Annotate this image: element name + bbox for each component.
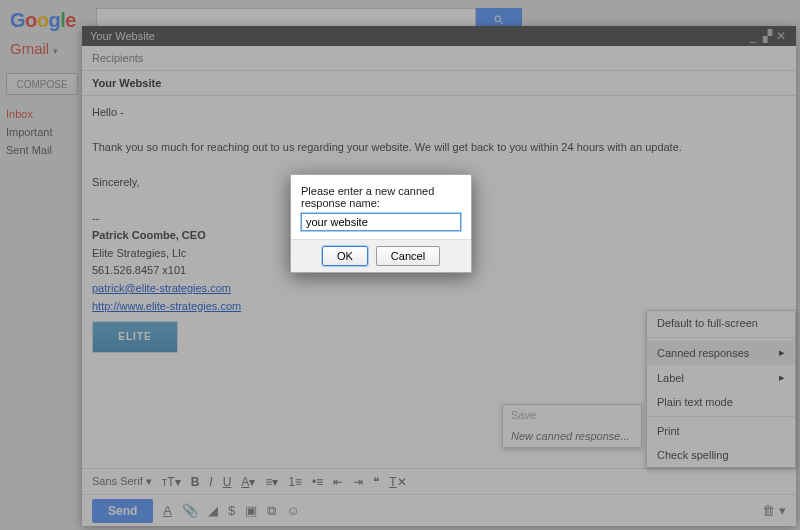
- ok-button[interactable]: OK: [322, 246, 368, 266]
- cancel-button[interactable]: Cancel: [376, 246, 440, 266]
- canned-response-name-input[interactable]: [301, 213, 461, 231]
- canned-response-name-dialog: Please enter a new canned response name:…: [290, 174, 472, 273]
- dialog-prompt: Please enter a new canned response name:: [301, 185, 461, 209]
